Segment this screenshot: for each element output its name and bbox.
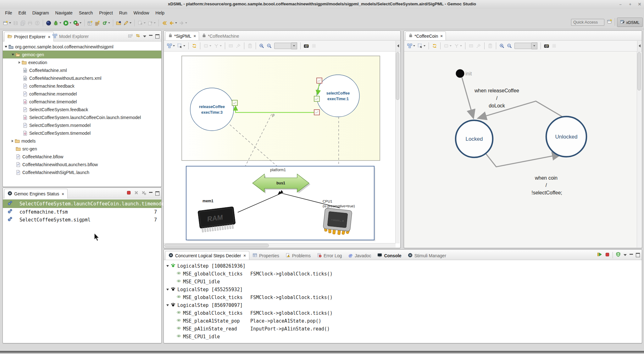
engine-row[interactable]: coffemachine.tfsm7 (3, 208, 161, 216)
menu-window[interactable]: Window (130, 9, 152, 16)
logical-step-row[interactable]: LogicalStep [1008261936] (164, 262, 642, 270)
run-button[interactable] (63, 19, 72, 27)
stop-icon[interactable] (605, 252, 610, 258)
minimize-window-icon[interactable]: – (618, 2, 623, 7)
maximize-view-icon[interactable] (155, 34, 159, 39)
back-button[interactable] (168, 19, 178, 27)
menu-edit[interactable]: Edit (15, 9, 29, 16)
step-forward-icon[interactable] (597, 252, 602, 258)
tree-item-selectcoffeesystem-timemodel[interactable]: SelectCoffeeSystem.timemodel (3, 129, 161, 137)
input-port-top[interactable] (317, 78, 322, 83)
tab-coffeemachine[interactable]: *CoffeeMachine (199, 32, 242, 40)
annotate-button[interactable] (123, 19, 132, 27)
tree-item-models[interactable]: models (3, 137, 161, 145)
minimize-view-icon[interactable] (149, 192, 153, 193)
menu-project[interactable]: Project (96, 9, 116, 16)
zoom-level-combo[interactable] (514, 42, 538, 50)
tree-arrow-icon[interactable] (12, 54, 14, 56)
new-gemoc-wizard-button[interactable]: Gr (87, 19, 93, 27)
tree-item-coffeemachine-bflow[interactable]: CoffeeMachine.bflow (3, 153, 161, 161)
tree-item-selectcoffeesystem-launchcoffeecoin-launch-timemodel[interactable]: SelectCoffeeSystem.launchCoffeeCoin.laun… (3, 113, 161, 121)
logical-step-row[interactable]: LogicalStep [455255932] (164, 286, 642, 293)
tree-arrow-icon[interactable] (12, 140, 14, 142)
tree-item-coffemachine-timemodel[interactable]: coffemachine.timemodel (3, 98, 161, 106)
link-with-editor-icon[interactable] (136, 33, 140, 39)
tree-arrow-icon[interactable] (166, 304, 169, 306)
palette-collapse[interactable] (637, 41, 641, 51)
tree-item-coffeemachinewithoutlaunchers-xml[interactable]: CoffeeMachinewithoutLaunchers.xml (3, 74, 161, 82)
tab-model-explorer[interactable]: Model Explorer (49, 32, 92, 41)
transition-locked-unlocked[interactable] (486, 153, 560, 167)
new-gemoc-project-button[interactable]: G (101, 19, 111, 27)
tab-error-log[interactable]: Error Log (314, 251, 345, 260)
export-image-button[interactable] (543, 43, 550, 49)
open-perspective-icon[interactable] (607, 19, 612, 25)
mse-row[interactable]: MSE_CPU1_idle (164, 333, 642, 340)
mse-row[interactable]: MSE_globalClock_ticksFSMClock->globalClo… (164, 270, 642, 278)
dispose-engine-icon[interactable] (134, 190, 139, 196)
zoom-level-combo[interactable] (274, 42, 298, 50)
vertical-scrollbar[interactable] (637, 52, 641, 248)
tree-arrow-icon[interactable] (19, 61, 20, 64)
new-grid-wizard-button[interactable] (94, 19, 101, 27)
engine-row[interactable]: SelectCoffeeSystem.sigpml7 (3, 216, 161, 224)
mse-row[interactable]: MSE_pA1inState_readInputPort->pA1inState… (164, 325, 642, 333)
tab-coffeecoin[interactable]: *CoffeeCoin × (405, 31, 446, 40)
tree-arrow-icon[interactable] (166, 289, 169, 291)
new-button[interactable] (2, 19, 12, 27)
mse-row[interactable]: MSE_globalClock_ticksFSMClock->globalClo… (164, 293, 642, 301)
arrange-button[interactable] (407, 43, 416, 49)
dispose-all-engines-icon[interactable] (142, 190, 146, 196)
actor-selectcoffee[interactable] (317, 75, 359, 117)
close-window-icon[interactable]: ✕ (637, 2, 642, 7)
tab-gemoc-engines-status[interactable]: M Gemoc Engines Status × (4, 189, 68, 199)
open-run-config-button[interactable] (115, 19, 122, 27)
refresh-button[interactable] (431, 43, 438, 49)
close-icon[interactable]: × (243, 253, 246, 258)
tree-arrow-icon[interactable] (166, 265, 169, 267)
tab-sigpml[interactable]: *SigPML × (165, 31, 199, 40)
run-external-button[interactable] (73, 19, 82, 27)
select-button[interactable] (417, 43, 426, 49)
coffeecoin-canvas[interactable]: init when releaseCoffee / doLock Locked … (404, 52, 641, 248)
refresh-button[interactable] (191, 43, 197, 49)
tab-console[interactable]: Console (374, 251, 404, 260)
select-button[interactable] (177, 43, 186, 49)
horizontal-scrollbar[interactable] (164, 243, 396, 248)
zoom-out-button[interactable] (266, 43, 272, 49)
perspective-xdsml-button[interactable]: xDSML (617, 18, 643, 27)
maximize-window-icon[interactable]: + (628, 2, 632, 7)
close-icon[interactable]: × (440, 34, 443, 38)
mse-row[interactable]: MSE_globalClock_ticksFSMClock->globalClo… (164, 309, 642, 317)
vertical-scrollbar[interactable] (395, 52, 400, 243)
tree-item-coffemachine-msemodel[interactable]: coffemachine.msemodel (3, 90, 161, 98)
close-icon[interactable]: × (193, 34, 196, 38)
tab-properties[interactable]: Properties (249, 251, 282, 260)
external-tools-button[interactable] (45, 19, 52, 27)
tree-item-coffeemachinewithoutlaunchers-bflow[interactable]: CoffeeMachinewithoutLaunchers.bflow (3, 161, 161, 168)
export-image-button[interactable] (303, 43, 309, 49)
menu-diagram[interactable]: Diagram (29, 9, 52, 16)
palette-collapse[interactable] (396, 41, 400, 51)
sigpml-canvas[interactable]: releaseCoffee execTime:3 selectCoffee ex… (164, 52, 400, 248)
debug-button[interactable] (53, 19, 62, 27)
tree-item-coffeemachine-xml[interactable]: CoffeeMachine.xml (3, 66, 161, 74)
menu-help[interactable]: Help (152, 9, 168, 16)
zoom-in-button[interactable] (499, 43, 505, 49)
tree-item-selectcoffeesystem-feedback[interactable]: SelectCoffeeSystem.feedback (3, 106, 161, 113)
mse-row[interactable]: MSE_placeA1State_popPlace->placeA1State.… (164, 317, 642, 325)
last-edit-location-button[interactable] (161, 19, 168, 27)
tab-problems[interactable]: Problems (282, 251, 314, 260)
tree-item-execution[interactable]: execution (3, 58, 161, 66)
tree-item-gemoc-gen[interactable]: gemoc-gen (3, 51, 161, 58)
output-port-releasecoffee[interactable] (232, 100, 237, 106)
view-menu-icon[interactable] (143, 35, 146, 37)
maximize-view-icon[interactable] (155, 191, 159, 196)
minimize-view-icon[interactable] (149, 35, 153, 36)
engine-row[interactable]: SelectCoffeeSystem.launchCoffeeCoin.laun… (3, 199, 161, 208)
tab-concurrent-logical-steps-decider[interactable]: MConcurrent Logical Steps Decider× (165, 251, 249, 260)
input-port-selectcoffee[interactable] (314, 96, 319, 101)
menu-file[interactable]: File (2, 9, 15, 16)
collapse-all-icon[interactable] (128, 33, 133, 39)
minimize-view-icon[interactable] (630, 254, 633, 255)
